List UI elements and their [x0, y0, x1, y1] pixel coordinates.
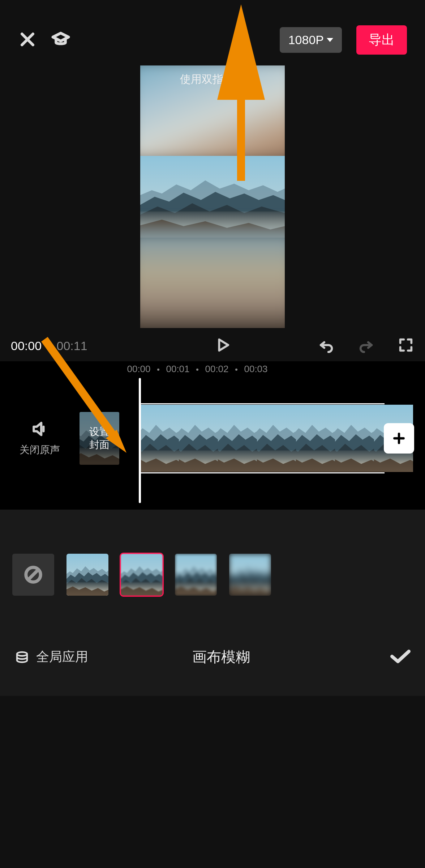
no-sign-icon: [23, 565, 43, 584]
clip-frame: [296, 405, 335, 472]
time-ruler[interactable]: 00:00 00:01 00:02 00:03: [0, 363, 425, 378]
graduation-cap-icon[interactable]: [51, 30, 70, 50]
resolution-button[interactable]: 1080P: [280, 27, 342, 53]
video-track: 关闭原声 设置 封面: [0, 405, 425, 472]
clip-frame: [218, 405, 257, 472]
timeline: 00:00 00:01 00:02 00:03 关闭原声 设置 封面: [0, 361, 425, 510]
panel-title: 画布模糊: [52, 647, 390, 667]
confirm-button[interactable]: [390, 648, 411, 666]
current-time: 00:00: [11, 339, 42, 353]
blur-option-2[interactable]: [121, 554, 163, 596]
preview-area: 使用双指缩放: [0, 65, 425, 328]
ruler-mark: 00:03: [244, 363, 267, 375]
blur-option-3[interactable]: [175, 554, 217, 596]
blur-option-none[interactable]: [12, 554, 54, 596]
clip-frame: [257, 405, 296, 472]
playhead[interactable]: [139, 378, 141, 503]
blur-options-strip: [0, 510, 425, 636]
ruler-mark: 00:01: [166, 363, 189, 375]
play-icon[interactable]: [214, 337, 231, 355]
fullscreen-icon[interactable]: [398, 337, 414, 355]
playback-bar: 00:00 / 00:11: [0, 330, 425, 361]
resolution-label: 1080P: [288, 33, 324, 47]
undo-icon[interactable]: [318, 337, 335, 355]
export-button[interactable]: 导出: [356, 25, 407, 55]
ruler-mark: 00:02: [205, 363, 228, 375]
svg-point-3: [17, 652, 27, 656]
close-icon[interactable]: [18, 30, 37, 50]
panel-bottom-bar: 全局应用 画布模糊: [0, 636, 425, 696]
total-time: 00:11: [57, 339, 87, 353]
preview-content: [140, 156, 285, 238]
stack-icon: [14, 650, 30, 665]
set-cover-button[interactable]: 设置 封面: [80, 412, 119, 465]
clip-strip[interactable]: [140, 405, 413, 472]
redo-icon: [358, 337, 374, 355]
plus-icon: [392, 431, 406, 445]
blur-option-1[interactable]: [66, 554, 108, 596]
clip-frame: [179, 405, 218, 472]
blur-option-4[interactable]: [229, 554, 271, 596]
clip-frame: [335, 405, 374, 472]
check-icon: [390, 648, 411, 665]
add-clip-button[interactable]: [384, 423, 414, 454]
header-bar: 1080P 导出: [0, 0, 425, 62]
pinch-zoom-hint: 使用双指缩放: [140, 72, 285, 87]
video-preview[interactable]: 使用双指缩放: [140, 65, 285, 328]
canvas-blur-bottom: [140, 229, 285, 328]
clip-frame: [140, 405, 179, 472]
time-separator: /: [47, 339, 51, 353]
speaker-icon: [31, 420, 49, 438]
ruler-mark: 00:00: [127, 363, 150, 375]
chevron-down-icon: [327, 38, 333, 42]
mute-audio-button[interactable]: 关闭原声: [0, 420, 80, 457]
